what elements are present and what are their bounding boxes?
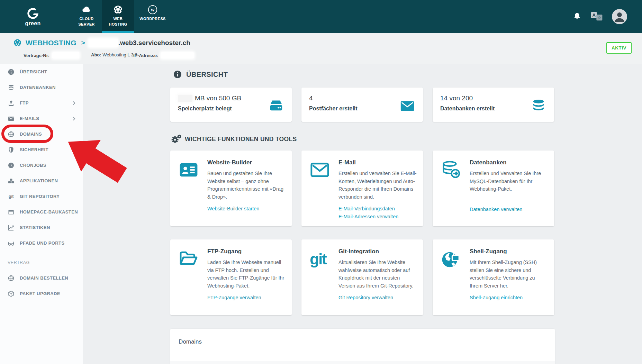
manage-git-repository-link[interactable]: Git Repository verwalten [338, 294, 417, 301]
info-icon [8, 69, 15, 75]
sidebar-item-sicherheit[interactable]: SICHERHEIT [0, 142, 83, 157]
stat-value: 14 von 200 [440, 94, 473, 102]
abo-value: Webhosting L 3.0 [102, 52, 137, 57]
contract-meta-row: Vertrags-Nr: Abo: Webhosting L 3.0 IP-Ad… [0, 52, 642, 59]
stat-card-postfaecher: 4 Postfächer erstellt [301, 88, 423, 122]
tool-card-title: E-Mail [338, 159, 417, 166]
gears-icon [171, 135, 181, 144]
sidebar-item-cronjobs[interactable]: CRONJOBS [0, 157, 83, 173]
stat-card-speicherplatz: MB von 500 GB Speicherplatz belegt [170, 88, 292, 122]
globe-lock-icon [441, 248, 461, 315]
tab-web-hosting[interactable]: WEBHOSTING [102, 0, 134, 33]
page-title: ÜBERSICHT [186, 71, 228, 79]
tool-card-title: Shell-Zugang [470, 248, 549, 255]
breadcrumb-webhosting-link[interactable]: WEBHOSTING [26, 39, 76, 47]
idcard-icon [179, 159, 199, 226]
tool-card-description: Aktualisieren Sie Ihre Website wahlweise… [338, 258, 417, 290]
database-icon [531, 98, 546, 114]
tool-card-website-builder: Website-Builder Bauen und gestalten Sie … [170, 151, 292, 226]
language-translate-icon[interactable]: A ☆ [591, 12, 603, 21]
manage-ftp-link[interactable]: FTP-Zugänge verwalten [207, 294, 286, 301]
sidebar-section-vertrag: VERTRAG [0, 255, 83, 270]
product-tabs: CLOUDSERVER WEBHOSTING W WORDPRESS [71, 0, 171, 33]
vertrag-label: Vertrags-Nr: [24, 53, 49, 58]
sidebar-item-homepage-baukasten[interactable]: HOMEPAGE-BAUKASTEN [0, 204, 83, 220]
clock-icon [8, 162, 15, 169]
envelope-icon [310, 159, 330, 226]
shield-icon [8, 146, 15, 153]
sidebar-item-statistiken[interactable]: STATISTIKEN [0, 220, 83, 235]
redacted-ip-address [161, 52, 194, 58]
database-icon [8, 84, 15, 91]
package-icon [8, 290, 15, 297]
svg-text:A: A [592, 12, 596, 18]
tool-card-description: Erstellen und Verwalten Sie Ihre MySQL-D… [470, 170, 549, 193]
sidebar-item-emails[interactable]: E-MAILS [0, 111, 83, 126]
git-icon: git [8, 193, 15, 200]
sidebar-item-ftp[interactable]: FTP [0, 95, 83, 111]
envelope-icon [8, 115, 15, 122]
sidebar-item-datenbanken[interactable]: DATENBANKEN [0, 80, 83, 95]
tool-card-description: Bauen und gestalten Sie Ihre Website sel… [207, 170, 286, 201]
tool-card-title: FTP-Zugang [207, 248, 286, 255]
contract-header-bar: WEBHOSTING > .web3.servicehoster.ch Vert… [0, 33, 642, 64]
tab-label-line: CLOUD [79, 17, 93, 21]
notifications-bell-icon[interactable] [572, 12, 582, 21]
breadcrumb-separator: > [81, 39, 85, 47]
sidebar-navigation: ÜBERSICHT DATENBANKEN FTP E-MAILS DOMAIN… [0, 64, 83, 364]
tool-card-title: Git-Integration [338, 248, 417, 255]
sidebar-item-applikationen[interactable]: APPLIKATIONEN [0, 173, 83, 189]
tool-card-description: Laden Sie Ihre Webseite manuell via FTP … [207, 258, 286, 290]
chevron-right-icon[interactable] [71, 100, 77, 106]
sidebar-item-paket-upgrade[interactable]: PAKET UPGRADE [0, 286, 83, 301]
stat-value: 4 [309, 94, 313, 102]
tool-card-description: Mit Ihrem Shell-Zugang (SSH) stellen Sie… [470, 258, 549, 290]
tool-card-git: git Git-Integration Aktualisieren Sie Ih… [301, 239, 423, 315]
sidebar-item-uebersicht[interactable]: ÜBERSICHT [0, 64, 83, 80]
tool-card-title: Website-Builder [207, 159, 286, 166]
chevron-right-icon[interactable] [71, 116, 77, 122]
mail-icon [399, 98, 415, 114]
sidebar-item-pfade-und-ports[interactable]: PFADE UND PORTS [0, 235, 83, 251]
website-builder-start-link[interactable]: Website-Builder starten [207, 205, 286, 212]
tool-card-shell: Shell-Zugang Mit Ihrem Shell-Zugang (SSH… [433, 239, 554, 315]
stats-row: MB von 500 GB Speicherplatz belegt 4 Pos… [170, 88, 555, 122]
logo-label: green [25, 20, 40, 27]
user-avatar[interactable] [612, 9, 627, 25]
tab-wordpress[interactable]: W WORDPRESS [134, 0, 171, 33]
email-addresses-link[interactable]: E-Mail-Adressen verwalten [338, 213, 417, 220]
tab-label-line: HOSTING [109, 22, 127, 26]
overview-header: ÜBERSICHT [173, 70, 555, 79]
cloud-icon [81, 4, 92, 15]
harddrive-icon [268, 98, 284, 114]
redacted-storage-value [178, 95, 192, 102]
tool-card-datenbanken: Datenbanken Erstellen und Verwalten Sie … [433, 151, 554, 226]
green-logo[interactable]: green [10, 0, 55, 33]
tools-header: WICHTIGE FUNKTIONEN UND TOOLS [171, 135, 555, 144]
setup-shell-access-link[interactable]: Shell-Zugang einrichten [470, 294, 549, 301]
app-blocks-icon [8, 178, 15, 184]
domains-section-title: Domains [179, 338, 202, 345]
hostname-suffix: .web3.servicehoster.ch [118, 39, 190, 47]
status-badge: AKTIV [606, 42, 632, 54]
domains-section: Domains [170, 329, 555, 364]
topbar-actions: A ☆ [572, 0, 642, 33]
globe-icon [8, 131, 15, 138]
browser-window-icon [8, 209, 15, 216]
info-icon [173, 70, 182, 79]
sidebar-item-domains[interactable]: DOMAINS [0, 126, 83, 142]
tab-cloud-server[interactable]: CLOUDSERVER [71, 0, 102, 33]
manage-databases-link[interactable]: Datenbanken verwalten [470, 206, 549, 213]
tab-label-line: WORDPRESS [139, 17, 166, 21]
webhosting-sphere-icon [113, 4, 123, 15]
abo-label: Abo: [91, 52, 101, 57]
wordpress-icon: W [147, 4, 158, 15]
upload-icon [8, 100, 15, 107]
tool-card-description: Erstellen und verwalten Sie E-Mail-Konte… [338, 170, 417, 201]
email-connection-data-link[interactable]: E-Mail-Verbindungsdaten [338, 205, 417, 212]
sidebar-item-domain-bestellen[interactable]: DOMAIN BESTELLEN [0, 270, 83, 286]
webhosting-sphere-icon [13, 38, 22, 47]
top-navigation-bar: green CLOUDSERVER WEBHOSTING W WORDPRESS [0, 0, 642, 33]
sidebar-item-git-repository[interactable]: git GIT REPOSITORY [0, 189, 83, 204]
svg-text:☆: ☆ [597, 15, 602, 20]
